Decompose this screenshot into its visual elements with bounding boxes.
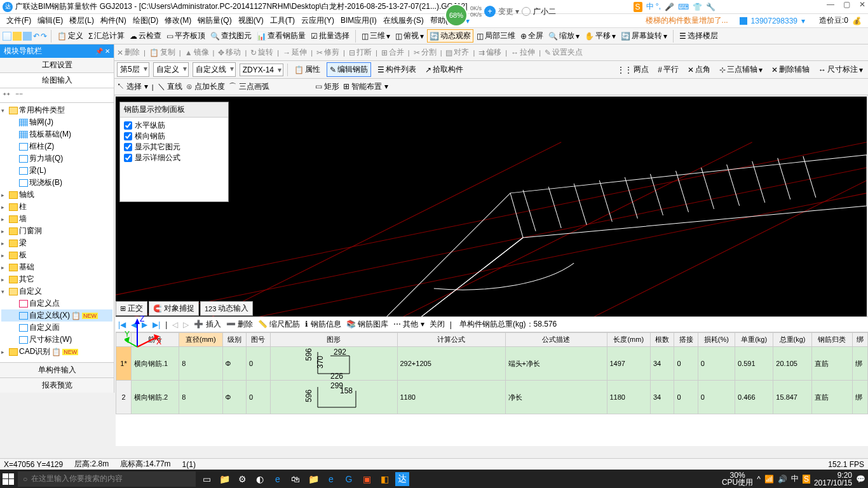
change-dropdown[interactable]: 变更 ▾ bbox=[498, 6, 519, 17]
rebar-lib-button[interactable]: 📚 钢筋图库 bbox=[346, 319, 388, 330]
close-grid-button[interactable]: 关闭 bbox=[430, 319, 445, 330]
snap-toggle[interactable]: 🧲 对象捕捉 bbox=[149, 301, 199, 316]
other-button[interactable]: ⋯ 其他 ▾ bbox=[393, 319, 424, 330]
menu-edit[interactable]: 编辑(E) bbox=[35, 15, 65, 26]
wrench-icon[interactable]: 🔧 bbox=[706, 3, 715, 11]
mirror-button[interactable]: ▲ 镜像 bbox=[185, 47, 209, 58]
rot-button[interactable]: ↻ 旋转 bbox=[250, 47, 273, 58]
menu-bim[interactable]: BIM应用(I) bbox=[338, 15, 379, 26]
fullscreen-button[interactable]: ⊕ 全屏 bbox=[519, 30, 545, 42]
menu-tool[interactable]: 工具(T) bbox=[268, 15, 297, 26]
close-button[interactable]: ✕ bbox=[859, 0, 865, 9]
cloud-check-button[interactable]: ☁ 云检查 bbox=[128, 30, 163, 42]
expand-icon[interactable]: ⁺⁺ bbox=[3, 91, 10, 100]
start-button[interactable] bbox=[3, 473, 14, 485]
category-select[interactable]: 自定义 bbox=[153, 62, 189, 77]
merge-button[interactable]: ⊞ 合并 bbox=[381, 47, 404, 58]
setpt-button[interactable]: ✎ 设置夹点 bbox=[545, 47, 583, 58]
smart-button[interactable]: ⊞ 智能布置 ▾ bbox=[343, 81, 388, 92]
parallel-button[interactable]: # 平行 bbox=[655, 63, 681, 76]
taskbar-app1[interactable]: 📁 bbox=[217, 472, 231, 486]
menu-view[interactable]: 视图(V) bbox=[236, 15, 266, 26]
menu-comp[interactable]: 构件(N) bbox=[98, 15, 129, 26]
subcat-select[interactable]: 自定义线 bbox=[193, 62, 236, 77]
taskbar-search[interactable]: ○ 在这里输入你要搜索的内容 bbox=[18, 471, 196, 487]
tray-net-icon[interactable]: 📶 bbox=[764, 475, 774, 484]
taskbar-clock[interactable]: 9:202017/10/15 bbox=[814, 471, 852, 487]
menu-file[interactable]: 文件(F) bbox=[4, 15, 34, 26]
nav-rec-next[interactable]: ▷ bbox=[183, 320, 189, 329]
split-button[interactable]: ✂ 分割 bbox=[414, 47, 437, 58]
redo-icon[interactable] bbox=[41, 32, 47, 41]
dyn-input-toggle[interactable]: 123 动态输入 bbox=[200, 301, 253, 316]
chk-horizontal[interactable]: 水平纵筋 bbox=[124, 120, 224, 131]
sum-button[interactable]: Σ 汇总计算 bbox=[86, 30, 126, 42]
arc-button[interactable]: ⌒ 三点画弧 bbox=[229, 81, 269, 92]
menu-rebar[interactable]: 钢筋量(Q) bbox=[195, 15, 234, 26]
nav-rec-prev[interactable]: ◁ bbox=[172, 320, 178, 329]
top-view-button[interactable]: ◫ 俯视 ▾ bbox=[393, 30, 426, 42]
delete-row-button[interactable]: ➖ 删除 bbox=[226, 319, 253, 330]
tray-lang-icon[interactable]: 中 bbox=[791, 473, 799, 484]
3d-button[interactable]: ◫ 三维 ▾ bbox=[360, 30, 392, 42]
pan-button[interactable]: ✋ 平移 ▾ bbox=[583, 30, 618, 42]
sogou-icon[interactable]: S bbox=[634, 2, 642, 12]
tab-project-settings[interactable]: 工程设置 bbox=[0, 58, 114, 73]
prop-button[interactable]: 📋 属性 bbox=[292, 63, 323, 76]
rotate-button[interactable]: 🔄 屏幕旋转 ▾ bbox=[619, 30, 669, 42]
tab-single-input[interactable]: 单构件输入 bbox=[0, 362, 114, 377]
percent-badge[interactable]: 68% bbox=[445, 4, 468, 27]
collapse-icon[interactable]: ⁻⁻ bbox=[15, 91, 23, 100]
notice-text[interactable]: 楼梯的构件数量增加了... bbox=[643, 15, 731, 26]
aux-axis-button[interactable]: ⊹ 三点辅轴 ▾ bbox=[717, 63, 765, 76]
rebar-table[interactable]: 筋号直径(mm)级别图号 图形计算公式公式描述 长度(mm)根数搭接损耗(%) … bbox=[116, 332, 868, 414]
view-rebar-button[interactable]: 📊 查看钢筋量 bbox=[255, 30, 308, 42]
line-button[interactable]: ＼ 直线 bbox=[158, 81, 182, 92]
sidebar-pin-icon[interactable]: 📌 ✕ bbox=[95, 48, 110, 55]
tray-notif-icon[interactable]: 💬 bbox=[856, 475, 865, 484]
mic-icon[interactable]: 🎤 bbox=[665, 3, 674, 11]
break-button[interactable]: ⊟ 打断 bbox=[349, 47, 372, 58]
plus-icon[interactable]: + bbox=[484, 6, 496, 17]
select-button[interactable]: ↖ 选择 ▾ bbox=[117, 81, 148, 92]
addlen-button[interactable]: ⊙ 点加长度 bbox=[186, 81, 225, 92]
tray-vol-icon[interactable]: 🔊 bbox=[778, 475, 787, 484]
phone-label[interactable]: 13907298339 ▾ bbox=[737, 17, 808, 25]
move-button[interactable]: ✥ 移动 bbox=[218, 47, 241, 58]
taskbar-app3[interactable]: ◐ bbox=[253, 472, 267, 486]
taskbar-app4[interactable]: G bbox=[342, 472, 356, 486]
tray-ime-icon[interactable]: S bbox=[803, 475, 810, 484]
rebar-info-button[interactable]: ℹ 钢筋信息 bbox=[305, 319, 341, 330]
tray-up-icon[interactable]: ^ bbox=[757, 475, 761, 484]
pick-button[interactable]: ↗ 拾取构件 bbox=[423, 63, 466, 76]
ime-lang[interactable]: 中 °, bbox=[646, 1, 661, 12]
point-angle-button[interactable]: ✕ 点角 bbox=[685, 63, 713, 76]
rebar-display-panel[interactable]: 钢筋显示控制面板 水平纵筋 横向钢筋 显示其它图元 显示详细公式 bbox=[119, 102, 229, 202]
plat-button[interactable]: ▭ 平齐板顶 bbox=[165, 30, 207, 42]
save-icon[interactable] bbox=[23, 32, 32, 41]
component-tree[interactable]: ▾常用构件类型 轴网(J) 筏板基础(M) 框柱(Z) 剪力墙(Q) 梁(L) … bbox=[0, 103, 114, 362]
trim-button[interactable]: ✂ 修剪 bbox=[316, 47, 339, 58]
task-view-icon[interactable]: ▭ bbox=[200, 472, 214, 486]
stretch-button[interactable]: ↔ 拉伸 bbox=[511, 47, 535, 58]
edit-rebar-button[interactable]: ✎ 编辑钢筋 bbox=[327, 62, 371, 77]
chk-formula[interactable]: 显示详细公式 bbox=[124, 152, 224, 163]
minimize-button[interactable]: — bbox=[827, 0, 834, 9]
taskbar-explorer[interactable]: 📁 bbox=[306, 472, 320, 486]
undo-icon[interactable] bbox=[33, 32, 39, 41]
open-icon[interactable] bbox=[13, 32, 22, 41]
menu-modify[interactable]: 修改(M) bbox=[162, 15, 194, 26]
zoom-button[interactable]: 🔍 缩放 ▾ bbox=[546, 30, 581, 42]
beans-label[interactable]: 造价豆:0 💰 bbox=[814, 15, 864, 26]
chk-other[interactable]: 显示其它图元 bbox=[124, 142, 224, 152]
taskbar-store[interactable]: 🛍 bbox=[288, 472, 302, 486]
cpu-meter[interactable]: 30%CPU使用 bbox=[722, 472, 753, 486]
batch-button[interactable]: ☑ 批量选择 bbox=[309, 30, 351, 42]
copy-button[interactable]: 📋 复制 bbox=[149, 47, 175, 58]
find-button[interactable]: 🔍 查找图元 bbox=[208, 30, 254, 42]
local-3d-button[interactable]: ◫ 局部三维 bbox=[475, 30, 517, 42]
align-button[interactable]: ▤ 对齐 bbox=[445, 47, 469, 58]
delete-button[interactable]: ✕ 删除 bbox=[117, 47, 140, 58]
taskbar-app6[interactable]: ◧ bbox=[377, 472, 391, 486]
tab-draw-input[interactable]: 绘图输入 bbox=[0, 73, 114, 88]
